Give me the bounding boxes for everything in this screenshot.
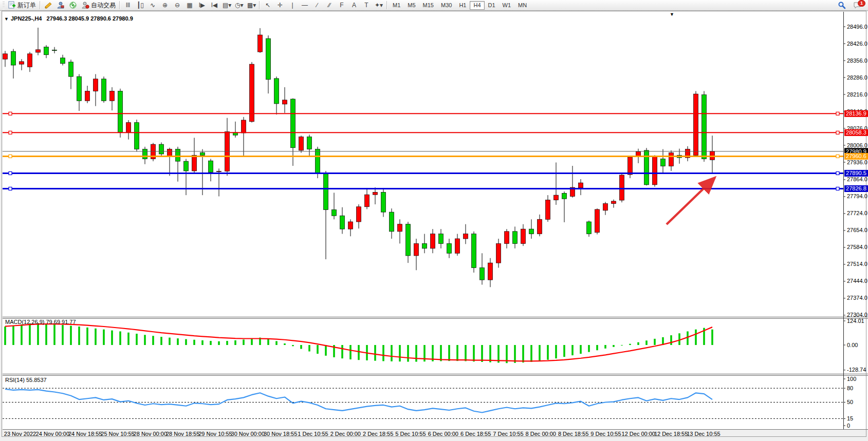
- macd-bar: [465, 345, 467, 361]
- macd-bar: [621, 345, 623, 346]
- macd-bar: [473, 345, 475, 361]
- candle-body: [538, 219, 542, 234]
- candle-body: [694, 94, 698, 155]
- time-axis-labels: 23 Nov 202224 Nov 00:0024 Nov 18:5525 No…: [4, 431, 721, 437]
- timeframe-m30[interactable]: M30: [437, 1, 455, 10]
- auto-trading-label: 自动交易: [91, 1, 116, 10]
- candle-body: [464, 234, 468, 239]
- new-chart-button[interactable]: ▤▾: [220, 1, 233, 10]
- macd-bar: [86, 328, 88, 345]
- candle-body: [472, 234, 476, 268]
- mt4-window: 新订单: [0, 0, 868, 441]
- crosshair-icon: ✛: [276, 1, 284, 9]
- macd-bar: [415, 345, 417, 362]
- vertical-line-button[interactable]: |: [286, 1, 299, 10]
- market-watch-button[interactable]: [42, 1, 54, 10]
- macd-bar: [267, 339, 269, 345]
- equidistant-channel-button[interactable]: ∕∕: [323, 1, 336, 10]
- hline-handle[interactable]: [9, 112, 12, 115]
- text-button[interactable]: A: [348, 1, 360, 10]
- templates-button[interactable]: ▩▾: [245, 1, 257, 10]
- macd-bar: [210, 341, 212, 345]
- macd-bar: [654, 339, 656, 345]
- hline-handle[interactable]: [836, 131, 839, 134]
- vertical-line-icon: |: [288, 1, 297, 9]
- macd-bar: [78, 327, 80, 345]
- notifications-button[interactable]: 1: [851, 1, 863, 10]
- candle-body: [217, 171, 221, 171]
- fibonacci-button[interactable]: F: [336, 1, 348, 10]
- chart-canvas[interactable]: 28496.028426.028356.028286.028216.028146…: [0, 0, 868, 441]
- candle-body: [603, 204, 608, 210]
- candle-body: [102, 79, 106, 101]
- profiles-clock-button[interactable]: ◷▾: [233, 1, 245, 10]
- macd-bar: [637, 342, 639, 345]
- horizontal-line-button[interactable]: —: [299, 1, 311, 10]
- macd-bar: [251, 338, 253, 345]
- macd-bar: [136, 334, 138, 345]
- macd-bar: [21, 324, 23, 345]
- candle-body: [77, 76, 82, 101]
- candle-body: [3, 54, 8, 59]
- new-order-button[interactable]: 新订单: [6, 1, 38, 10]
- timeframe-w1[interactable]: W1: [499, 1, 515, 10]
- price-tick-label: 27444.0: [847, 278, 867, 284]
- rsi-tick-label: 50: [847, 399, 853, 405]
- chart-shift-button[interactable]: l◀: [208, 1, 220, 10]
- macd-bar: [629, 344, 631, 345]
- hline-handle[interactable]: [836, 155, 839, 158]
- candle-body: [200, 152, 205, 155]
- timeframe-mn[interactable]: MN: [514, 1, 530, 10]
- hline-handle[interactable]: [9, 131, 12, 134]
- timeframe-d1[interactable]: D1: [485, 1, 499, 10]
- hline-handle[interactable]: [9, 155, 12, 158]
- candle-body: [20, 62, 24, 64]
- crosshair-button[interactable]: ✛: [274, 1, 286, 10]
- macd-bar: [103, 330, 105, 345]
- macd-bar: [687, 331, 689, 345]
- zoom-out-button[interactable]: ⊖: [171, 1, 183, 10]
- candle-body: [513, 232, 518, 244]
- macd-panel[interactable]: [3, 318, 843, 374]
- timeframe-m5[interactable]: M5: [404, 1, 419, 10]
- chart-line-button[interactable]: ∿: [146, 1, 159, 10]
- macd-bar: [407, 345, 409, 362]
- tile-windows-button[interactable]: ▦: [183, 1, 196, 10]
- hline-handle[interactable]: [836, 171, 839, 175]
- search-button[interactable]: [836, 1, 848, 10]
- text-label-button[interactable]: T: [360, 1, 373, 10]
- timeframe-h4[interactable]: H4: [470, 1, 484, 10]
- arrows-button[interactable]: ✦▾: [373, 1, 385, 10]
- price-badge-label: 28136.9: [846, 110, 866, 117]
- chart-bars-icon: lll: [124, 1, 132, 9]
- auto-trading-button[interactable]: 自动交易: [79, 1, 118, 10]
- hline-handle[interactable]: [836, 187, 839, 190]
- chart-bars-button[interactable]: lll: [122, 1, 134, 10]
- toolbar-separator: [40, 1, 41, 9]
- timeframe-m15[interactable]: M15: [419, 1, 437, 10]
- timeframe-m1[interactable]: M1: [389, 1, 404, 10]
- macd-bar: [169, 338, 171, 345]
- chart-candles-button[interactable]: ┃▯: [134, 1, 146, 10]
- macd-bar: [193, 340, 195, 345]
- candle-body: [266, 39, 271, 80]
- strategy-tester-button[interactable]: [67, 1, 79, 10]
- candle-body: [612, 201, 616, 204]
- trendline-button[interactable]: ∕: [311, 1, 323, 10]
- macd-bar: [308, 345, 310, 352]
- hline-handle[interactable]: [836, 112, 839, 115]
- timeframe-h1[interactable]: H1: [455, 1, 470, 10]
- price-tick-label: 27794.0: [847, 193, 867, 199]
- trendline-icon: ∕: [313, 1, 321, 9]
- time-tick-label: 30 Nov 18:55: [264, 431, 297, 437]
- hline-handle[interactable]: [9, 171, 12, 175]
- macd-bar: [111, 331, 113, 345]
- hline-handle[interactable]: [9, 187, 12, 190]
- auto-scroll-button[interactable]: l▶: [196, 1, 208, 10]
- macd-bar: [522, 345, 524, 362]
- data-window-button[interactable]: [54, 1, 67, 10]
- zoom-in-button[interactable]: ⊕: [159, 1, 171, 10]
- candle-body: [143, 149, 147, 159]
- cursor-button[interactable]: ↖: [262, 1, 274, 10]
- main-panel[interactable]: [3, 12, 843, 317]
